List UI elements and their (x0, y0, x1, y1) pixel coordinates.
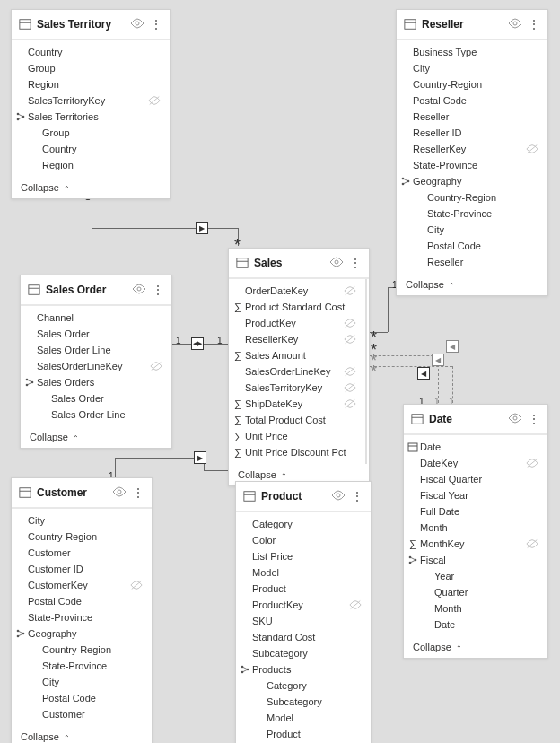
field-row[interactable]: Quarter (404, 584, 547, 600)
field-row[interactable]: Sales Order (21, 326, 171, 342)
field-row[interactable]: ResellerKey (397, 141, 547, 157)
field-row[interactable]: Reseller (397, 109, 547, 125)
field-row[interactable]: Business Type (397, 44, 547, 60)
field-row[interactable]: Country-Region (397, 189, 547, 205)
field-row[interactable]: Fiscal Year (404, 487, 547, 503)
table-sales-order[interactable]: Sales Order ⋮ ChannelSales OrderSales Or… (20, 275, 172, 449)
more-icon[interactable]: ⋮ (152, 286, 164, 293)
field-row[interactable]: Postal Code (397, 92, 547, 109)
field-row[interactable]: Country-Region (12, 529, 152, 545)
visibility-icon[interactable] (112, 485, 127, 501)
field-row[interactable]: ProductKey (229, 315, 365, 331)
field-row[interactable]: Product (236, 581, 371, 597)
table-product[interactable]: Product ⋮ CategoryColorList PriceModelPr… (235, 481, 372, 743)
collapse-link[interactable]: Collapse ⌃ (12, 726, 152, 743)
field-row[interactable]: Postal Code (12, 690, 152, 706)
field-row[interactable]: City (12, 674, 152, 690)
field-row[interactable]: Postal Code (12, 593, 152, 609)
visibility-icon[interactable] (508, 411, 522, 427)
field-row[interactable]: SalesOrderLineKey (229, 363, 365, 380)
field-row[interactable]: City (397, 60, 547, 76)
field-row[interactable]: Full Date (404, 503, 547, 520)
more-icon[interactable]: ⋮ (349, 259, 362, 267)
field-row[interactable]: Products (236, 661, 371, 677)
collapse-link[interactable]: Collapse ⌃ (404, 636, 547, 658)
field-row[interactable]: Region (12, 157, 170, 173)
field-row[interactable]: Country-Region (12, 642, 152, 658)
field-row[interactable]: ∑Unit Price (229, 428, 365, 444)
field-row[interactable]: Year (404, 568, 547, 584)
field-row[interactable]: Sales Orders (21, 374, 171, 390)
table-sales-territory[interactable]: Sales Territory ⋮ CountryGroupRegionSale… (11, 9, 171, 199)
visibility-icon[interactable] (132, 282, 146, 298)
field-row[interactable]: Fiscal (404, 552, 547, 568)
field-row[interactable]: Product (236, 726, 371, 742)
collapse-link[interactable]: Collapse ⌃ (12, 177, 170, 198)
field-row[interactable]: SalesOrderLineKey (21, 358, 171, 374)
field-row[interactable]: Customer (12, 706, 152, 722)
field-row[interactable]: List Price (236, 548, 371, 564)
field-row[interactable]: SKU (236, 613, 371, 629)
field-row[interactable]: State-Province (397, 205, 547, 222)
field-row[interactable]: ∑ShipDateKey (229, 396, 365, 412)
field-row[interactable]: OrderDateKey (229, 283, 365, 299)
field-row[interactable]: Model (236, 564, 371, 581)
field-row[interactable]: City (397, 222, 547, 238)
field-row[interactable]: Subcategory (236, 645, 371, 661)
field-row[interactable]: State-Province (12, 658, 152, 674)
field-row[interactable]: Fiscal Quarter (404, 471, 547, 487)
field-row[interactable]: ∑MonthKey (404, 536, 547, 552)
field-row[interactable]: Month (404, 520, 547, 536)
more-icon[interactable]: ⋮ (150, 21, 162, 28)
more-icon[interactable]: ⋮ (528, 21, 540, 28)
collapse-link[interactable]: Collapse ⌃ (21, 426, 171, 448)
field-row[interactable]: Country (12, 44, 170, 60)
field-row[interactable]: Customer ID (12, 561, 152, 577)
table-date[interactable]: Date ⋮ DateDateKeyFiscal QuarterFiscal Y… (403, 404, 548, 659)
field-row[interactable]: Subcategory (236, 694, 371, 710)
field-row[interactable]: Month (404, 600, 547, 616)
field-row[interactable]: ∑Unit Price Discount Pct (229, 444, 365, 460)
field-row[interactable]: Category (236, 677, 371, 694)
field-row[interactable]: Region (12, 76, 170, 92)
field-row[interactable]: Sales Order Line (21, 406, 171, 423)
field-row[interactable]: ∑Total Product Cost (229, 412, 365, 428)
field-row[interactable]: State-Province (397, 157, 547, 173)
field-row[interactable]: Country-Region (397, 76, 547, 92)
more-icon[interactable]: ⋮ (351, 493, 363, 500)
table-customer[interactable]: Customer ⋮ CityCountry-RegionCustomerCus… (11, 477, 153, 743)
visibility-icon[interactable] (329, 255, 344, 271)
field-row[interactable]: SalesTerritoryKey (229, 380, 365, 396)
field-row[interactable]: Sales Order Line (21, 342, 171, 358)
more-icon[interactable]: ⋮ (132, 489, 144, 496)
field-row[interactable]: Category (236, 516, 371, 532)
field-row[interactable]: Geography (397, 173, 547, 189)
field-row[interactable]: Date (404, 616, 547, 633)
field-row[interactable]: Reseller ID (397, 125, 547, 141)
field-row[interactable]: Country (12, 141, 170, 157)
visibility-icon[interactable] (130, 16, 144, 32)
field-row[interactable]: Postal Code (397, 238, 547, 254)
table-reseller[interactable]: Reseller ⋮ Business TypeCityCountry-Regi… (396, 9, 548, 296)
collapse-link[interactable]: Collapse ⌃ (397, 274, 547, 295)
field-row[interactable]: ∑Sales Amount (229, 347, 365, 363)
field-row[interactable]: DateKey (404, 455, 547, 471)
field-row[interactable]: Group (12, 125, 170, 141)
more-icon[interactable]: ⋮ (528, 415, 540, 423)
field-row[interactable]: ResellerKey (229, 331, 365, 347)
visibility-icon[interactable] (508, 16, 522, 32)
field-row[interactable]: State-Province (12, 609, 152, 625)
field-row[interactable]: Channel (21, 310, 171, 326)
field-row[interactable]: ∑Product Standard Cost (229, 299, 365, 315)
field-row[interactable]: Group (12, 60, 170, 76)
field-row[interactable]: Geography (12, 625, 152, 642)
field-row[interactable]: Reseller (397, 254, 547, 270)
field-row[interactable]: Color (236, 532, 371, 548)
field-row[interactable]: Sales Territories (12, 109, 170, 125)
field-row[interactable]: Sales Order (21, 390, 171, 406)
field-row[interactable]: ProductKey (236, 597, 371, 613)
field-row[interactable]: Customer (12, 545, 152, 561)
field-row[interactable]: Standard Cost (236, 629, 371, 645)
field-row[interactable]: Model (236, 710, 371, 726)
table-sales[interactable]: Sales ⋮ OrderDateKey∑Product Standard Co… (228, 248, 370, 486)
